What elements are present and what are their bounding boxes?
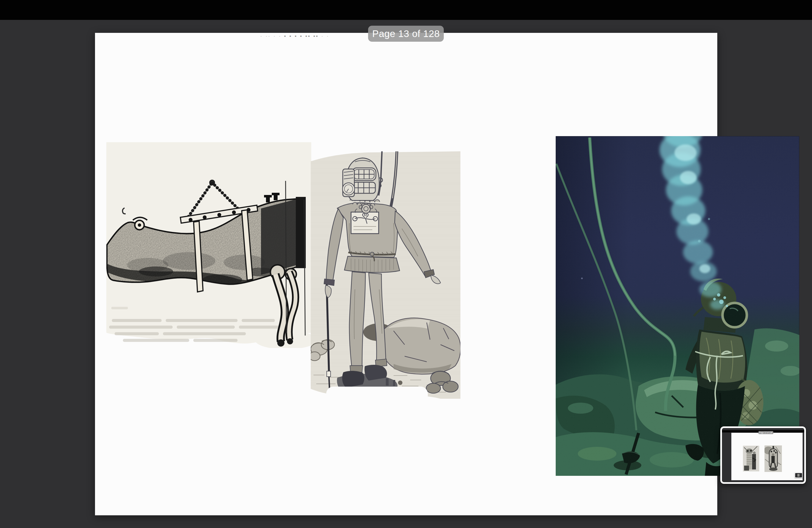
scan-diving-apparatus-illustration [106,142,311,348]
mini-photo-diving-pump [743,446,759,471]
screen: - -- - - ▪ ▪ ▪ ▪ ▪▪ ▪▪ - - [0,0,812,528]
top-black-bar [0,0,812,20]
screenshot-thumbnail-preview: Page 12 of 128 [722,428,804,482]
page-indicator-badge: Page 13 of 128 [368,26,444,42]
scan-helmet-diver-photo [556,136,799,476]
mini-document-page [731,433,802,480]
mini-photo-diving-bell [765,445,782,472]
screenshot-thumbnail[interactable]: Page 12 of 128 [720,426,806,484]
scan-diving-suit-engraving [311,151,460,400]
nested-screenshot-thumbnail [795,472,802,478]
mini-page-indicator-badge: Page 12 of 128 [758,431,773,434]
document-page[interactable]: - -- - - ▪ ▪ ▪ ▪ ▪▪ ▪▪ - - [95,33,717,515]
page-indicator-text: Page 13 of 128 [372,28,440,39]
ghost-dash-marks: - -- - - ▪ ▪ ▪ ▪ ▪▪ ▪▪ - - [260,34,307,38]
